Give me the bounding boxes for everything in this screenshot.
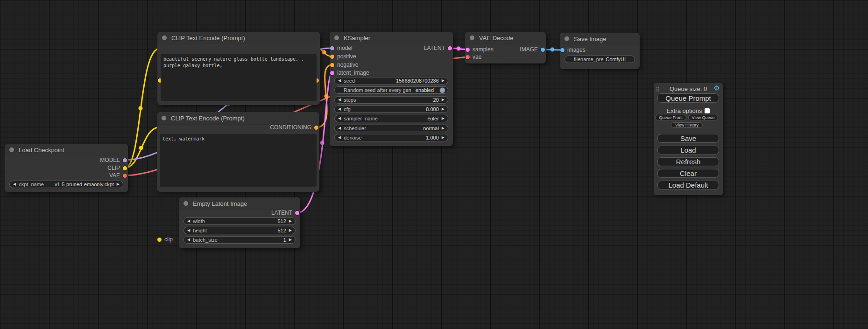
load-button[interactable]: Load	[657, 146, 719, 154]
input-slot-negative[interactable]: negative	[330, 61, 358, 69]
positive-prompt-textarea[interactable]: beautiful scenery nature glass bottle la…	[161, 54, 317, 101]
widget-denoise[interactable]: ◀ denoise 1.000 ▶	[334, 134, 448, 141]
settings-gear-icon[interactable]: ⚙	[714, 84, 720, 92]
output-slot-latent[interactable]: LATENT	[271, 209, 299, 217]
widget-random-seed[interactable]: Random seed after every gen enabled	[334, 86, 448, 94]
node-header[interactable]: VAE Decode	[465, 32, 546, 44]
node-header[interactable]: CLIP Text Encode (Prompt)	[157, 32, 320, 44]
widget-cfg[interactable]: ◀ cfg 8.000 ▶	[334, 105, 448, 113]
node-empty-latent-image[interactable]: Empty Latent Image LATENT ◀ width 512 ▶ …	[179, 197, 300, 248]
node-header[interactable]: Empty Latent Image	[179, 197, 300, 210]
output-slot-image[interactable]: IMAGE	[520, 46, 545, 53]
input-slot-clip[interactable]: clip	[157, 236, 173, 243]
increment-arrow-icon[interactable]: ▶	[442, 117, 445, 120]
clip-slot-dot[interactable]	[157, 238, 162, 242]
node-clip-text-encode-positive[interactable]: CLIP Text Encode (Prompt) clip CONDITION…	[157, 32, 320, 105]
node-header[interactable]: Load Checkpoint	[5, 144, 128, 156]
widget-sampler-name[interactable]: ◀ sampler_name euler ▶	[334, 115, 448, 122]
widget-width[interactable]: ◀ width 512 ▶	[183, 217, 296, 225]
conditioning-slot-dot[interactable]	[314, 126, 318, 130]
node-vae-decode[interactable]: VAE Decode samples vae IMAGE	[465, 32, 546, 63]
input-slot-model[interactable]: model	[330, 44, 353, 52]
vae-slot-dot[interactable]	[123, 174, 127, 178]
view-queue-button[interactable]: View Queue	[688, 115, 718, 120]
clear-button[interactable]: Clear	[657, 169, 719, 178]
node-header[interactable]: CLIP Text Encode (Prompt)	[157, 112, 319, 125]
widget-ckpt-name[interactable]: ◀ ckpt_name v1-5-pruned-emaonly.ckpt ▶	[9, 181, 123, 188]
node-ksampler[interactable]: KSampler model positive negative latent_…	[330, 32, 453, 146]
extra-options-checkbox[interactable]	[705, 108, 710, 113]
slot-label: CONDITIONING	[270, 124, 311, 131]
node-header[interactable]: KSampler	[330, 32, 453, 44]
clip-slot-dot[interactable]	[123, 166, 127, 170]
view-history-button[interactable]: View History	[671, 122, 703, 128]
toggle-icon[interactable]	[439, 87, 445, 93]
model-slot-dot[interactable]	[123, 158, 127, 162]
output-slot-clip[interactable]: CLIP	[107, 164, 127, 172]
decrement-arrow-icon[interactable]: ◀	[187, 238, 190, 242]
collapse-toggle-icon[interactable]	[9, 147, 14, 152]
collapse-toggle-icon[interactable]	[334, 35, 339, 40]
decrement-arrow-icon[interactable]: ◀	[338, 117, 341, 120]
increment-arrow-icon[interactable]: ▶	[442, 107, 445, 111]
input-slot-samples[interactable]: samples	[466, 46, 494, 53]
decrement-arrow-icon[interactable]: ◀	[187, 229, 190, 232]
latent-slot-dot[interactable]	[448, 46, 452, 50]
collapse-toggle-icon[interactable]	[183, 201, 188, 206]
load-default-button[interactable]: Load Default	[657, 181, 719, 189]
refresh-button[interactable]: Refresh	[657, 157, 719, 166]
collapse-toggle-icon[interactable]	[470, 35, 474, 40]
input-slot-vae[interactable]: vae	[466, 53, 481, 61]
image-slot-dot[interactable]	[541, 48, 545, 52]
model-slot-dot[interactable]	[330, 46, 334, 50]
negative-prompt-textarea[interactable]: text, watermark	[160, 134, 317, 187]
image-slot-dot[interactable]	[560, 48, 565, 52]
widget-batch-size[interactable]: ◀ batch_size 1 ▶	[183, 236, 296, 244]
input-slot-latent-image[interactable]: latent_image	[330, 69, 369, 77]
decrement-arrow-icon[interactable]: ◀	[338, 98, 341, 102]
queue-prompt-button[interactable]: Queue Prompt	[657, 93, 719, 103]
node-clip-text-encode-negative[interactable]: CLIP Text Encode (Prompt) clip CONDITION…	[157, 112, 319, 192]
node-save-image[interactable]: Save Image images filename_prefix ComfyU…	[560, 33, 640, 69]
vae-slot-dot[interactable]	[466, 55, 470, 59]
decrement-arrow-icon[interactable]: ◀	[187, 219, 190, 223]
output-slot-vae[interactable]: VAE	[109, 172, 127, 179]
increment-arrow-icon[interactable]: ▶	[289, 219, 292, 223]
conditioning-slot-dot[interactable]	[330, 55, 334, 59]
widget-filename-prefix[interactable]: filename_prefix ComfyUI	[565, 56, 635, 63]
decrement-arrow-icon[interactable]: ◀	[338, 79, 341, 83]
increment-arrow-icon[interactable]: ▶	[289, 229, 292, 232]
output-slot-conditioning[interactable]: CONDITIONING	[270, 124, 318, 131]
decrement-arrow-icon[interactable]: ◀	[13, 182, 16, 186]
input-slot-images[interactable]: images	[560, 46, 586, 54]
increment-arrow-icon[interactable]: ▶	[442, 126, 445, 130]
decrement-arrow-icon[interactable]: ◀	[338, 136, 341, 140]
increment-arrow-icon[interactable]: ▶	[117, 182, 120, 186]
node-load-checkpoint[interactable]: Load Checkpoint MODEL CLIP VAE ◀ ckpt_na…	[5, 144, 128, 192]
widget-scheduler[interactable]: ◀ scheduler normal ▶	[334, 125, 448, 132]
widget-seed[interactable]: ◀ seed 156680208700286 ▶	[334, 77, 448, 84]
input-slot-positive[interactable]: positive	[330, 53, 356, 60]
queue-panel[interactable]: Queue size: 0 ⚙ Queue Prompt Extra optio…	[654, 83, 723, 195]
conditioning-slot-dot[interactable]	[330, 63, 334, 67]
decrement-arrow-icon[interactable]: ◀	[338, 126, 341, 130]
increment-arrow-icon[interactable]: ▶	[442, 136, 445, 140]
node-header[interactable]: Save Image	[560, 33, 640, 45]
collapse-toggle-icon[interactable]	[162, 35, 167, 40]
output-slot-model[interactable]: MODEL	[100, 156, 127, 164]
decrement-arrow-icon[interactable]: ◀	[338, 107, 341, 111]
latent-slot-dot[interactable]	[295, 211, 299, 215]
output-slot-latent[interactable]: LATENT	[424, 44, 452, 52]
increment-arrow-icon[interactable]: ▶	[442, 98, 445, 102]
slot-label: latent_image	[337, 70, 369, 76]
save-button[interactable]: Save	[657, 134, 719, 143]
queue-front-button[interactable]: Queue Front	[655, 115, 686, 120]
collapse-toggle-icon[interactable]	[162, 116, 166, 120]
collapse-toggle-icon[interactable]	[565, 36, 569, 41]
increment-arrow-icon[interactable]: ▶	[289, 238, 292, 242]
widget-height[interactable]: ◀ height 512 ▶	[183, 227, 296, 234]
widget-steps[interactable]: ◀ steps 20 ▶	[334, 96, 448, 104]
latent-slot-dot[interactable]	[330, 71, 334, 75]
latent-slot-dot[interactable]	[466, 48, 470, 52]
increment-arrow-icon[interactable]: ▶	[442, 79, 445, 83]
